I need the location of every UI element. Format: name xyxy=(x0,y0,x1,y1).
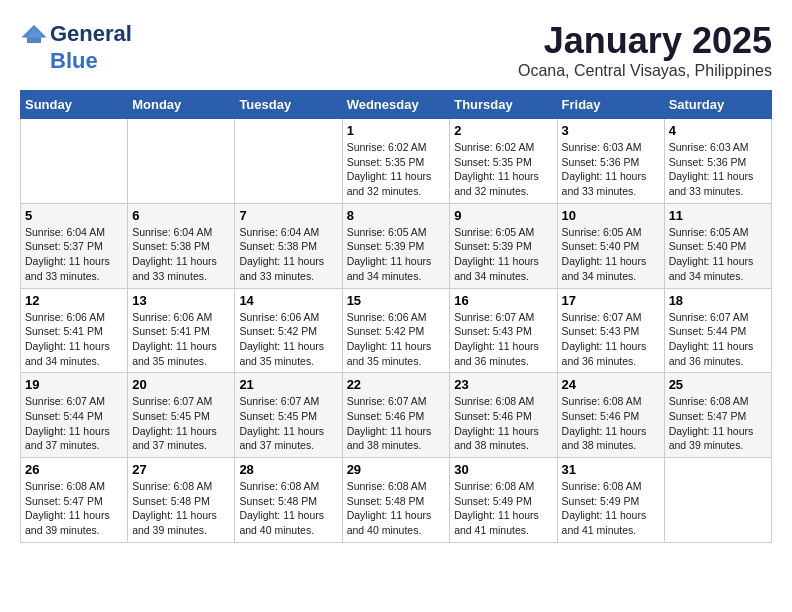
calendar-cell: 31Sunrise: 6:08 AMSunset: 5:49 PMDayligh… xyxy=(557,458,664,543)
calendar-cell xyxy=(235,119,342,204)
calendar-cell: 3Sunrise: 6:03 AMSunset: 5:36 PMDaylight… xyxy=(557,119,664,204)
day-number: 17 xyxy=(562,293,660,308)
logo-general: General xyxy=(50,21,132,47)
day-info: Sunrise: 6:08 AMSunset: 5:48 PMDaylight:… xyxy=(239,479,337,538)
logo: General Blue xyxy=(20,20,132,74)
day-info: Sunrise: 6:08 AMSunset: 5:48 PMDaylight:… xyxy=(132,479,230,538)
calendar-cell: 29Sunrise: 6:08 AMSunset: 5:48 PMDayligh… xyxy=(342,458,450,543)
calendar-cell: 9Sunrise: 6:05 AMSunset: 5:39 PMDaylight… xyxy=(450,203,557,288)
calendar-cell: 30Sunrise: 6:08 AMSunset: 5:49 PMDayligh… xyxy=(450,458,557,543)
calendar-cell xyxy=(664,458,771,543)
day-number: 7 xyxy=(239,208,337,223)
logo-icon xyxy=(20,20,48,48)
day-info: Sunrise: 6:07 AMSunset: 5:43 PMDaylight:… xyxy=(562,310,660,369)
day-info: Sunrise: 6:06 AMSunset: 5:42 PMDaylight:… xyxy=(239,310,337,369)
day-number: 13 xyxy=(132,293,230,308)
day-number: 14 xyxy=(239,293,337,308)
day-info: Sunrise: 6:08 AMSunset: 5:47 PMDaylight:… xyxy=(669,394,767,453)
weekday-header-friday: Friday xyxy=(557,91,664,119)
day-number: 19 xyxy=(25,377,123,392)
calendar-cell: 20Sunrise: 6:07 AMSunset: 5:45 PMDayligh… xyxy=(128,373,235,458)
day-info: Sunrise: 6:08 AMSunset: 5:46 PMDaylight:… xyxy=(562,394,660,453)
day-info: Sunrise: 6:08 AMSunset: 5:49 PMDaylight:… xyxy=(562,479,660,538)
day-info: Sunrise: 6:08 AMSunset: 5:46 PMDaylight:… xyxy=(454,394,552,453)
logo-blue: Blue xyxy=(50,48,98,74)
week-row-4: 19Sunrise: 6:07 AMSunset: 5:44 PMDayligh… xyxy=(21,373,772,458)
location-title: Ocana, Central Visayas, Philippines xyxy=(518,62,772,80)
day-number: 9 xyxy=(454,208,552,223)
weekday-header-row: SundayMondayTuesdayWednesdayThursdayFrid… xyxy=(21,91,772,119)
day-number: 2 xyxy=(454,123,552,138)
calendar-cell: 21Sunrise: 6:07 AMSunset: 5:45 PMDayligh… xyxy=(235,373,342,458)
day-info: Sunrise: 6:07 AMSunset: 5:46 PMDaylight:… xyxy=(347,394,446,453)
day-number: 15 xyxy=(347,293,446,308)
day-number: 25 xyxy=(669,377,767,392)
day-number: 23 xyxy=(454,377,552,392)
day-number: 18 xyxy=(669,293,767,308)
page-header: General Blue January 2025 Ocana, Central… xyxy=(20,20,772,80)
day-number: 5 xyxy=(25,208,123,223)
weekday-header-saturday: Saturday xyxy=(664,91,771,119)
calendar-cell: 25Sunrise: 6:08 AMSunset: 5:47 PMDayligh… xyxy=(664,373,771,458)
calendar-cell: 8Sunrise: 6:05 AMSunset: 5:39 PMDaylight… xyxy=(342,203,450,288)
day-number: 8 xyxy=(347,208,446,223)
calendar-cell: 14Sunrise: 6:06 AMSunset: 5:42 PMDayligh… xyxy=(235,288,342,373)
calendar-cell xyxy=(21,119,128,204)
calendar-cell: 13Sunrise: 6:06 AMSunset: 5:41 PMDayligh… xyxy=(128,288,235,373)
day-number: 29 xyxy=(347,462,446,477)
week-row-3: 12Sunrise: 6:06 AMSunset: 5:41 PMDayligh… xyxy=(21,288,772,373)
day-number: 6 xyxy=(132,208,230,223)
day-info: Sunrise: 6:06 AMSunset: 5:41 PMDaylight:… xyxy=(132,310,230,369)
day-info: Sunrise: 6:07 AMSunset: 5:45 PMDaylight:… xyxy=(132,394,230,453)
day-info: Sunrise: 6:05 AMSunset: 5:40 PMDaylight:… xyxy=(669,225,767,284)
day-info: Sunrise: 6:02 AMSunset: 5:35 PMDaylight:… xyxy=(454,140,552,199)
calendar-cell: 27Sunrise: 6:08 AMSunset: 5:48 PMDayligh… xyxy=(128,458,235,543)
day-info: Sunrise: 6:07 AMSunset: 5:44 PMDaylight:… xyxy=(25,394,123,453)
day-number: 24 xyxy=(562,377,660,392)
calendar-cell: 22Sunrise: 6:07 AMSunset: 5:46 PMDayligh… xyxy=(342,373,450,458)
calendar-cell: 4Sunrise: 6:03 AMSunset: 5:36 PMDaylight… xyxy=(664,119,771,204)
day-info: Sunrise: 6:06 AMSunset: 5:41 PMDaylight:… xyxy=(25,310,123,369)
title-section: January 2025 Ocana, Central Visayas, Phi… xyxy=(518,20,772,80)
calendar-cell: 28Sunrise: 6:08 AMSunset: 5:48 PMDayligh… xyxy=(235,458,342,543)
calendar-cell: 26Sunrise: 6:08 AMSunset: 5:47 PMDayligh… xyxy=(21,458,128,543)
day-number: 3 xyxy=(562,123,660,138)
day-info: Sunrise: 6:04 AMSunset: 5:37 PMDaylight:… xyxy=(25,225,123,284)
day-number: 1 xyxy=(347,123,446,138)
day-info: Sunrise: 6:07 AMSunset: 5:44 PMDaylight:… xyxy=(669,310,767,369)
day-number: 16 xyxy=(454,293,552,308)
calendar-cell: 24Sunrise: 6:08 AMSunset: 5:46 PMDayligh… xyxy=(557,373,664,458)
day-info: Sunrise: 6:08 AMSunset: 5:49 PMDaylight:… xyxy=(454,479,552,538)
day-info: Sunrise: 6:05 AMSunset: 5:39 PMDaylight:… xyxy=(454,225,552,284)
day-number: 27 xyxy=(132,462,230,477)
weekday-header-tuesday: Tuesday xyxy=(235,91,342,119)
day-number: 20 xyxy=(132,377,230,392)
day-number: 11 xyxy=(669,208,767,223)
calendar-table: SundayMondayTuesdayWednesdayThursdayFrid… xyxy=(20,90,772,543)
day-info: Sunrise: 6:02 AMSunset: 5:35 PMDaylight:… xyxy=(347,140,446,199)
day-info: Sunrise: 6:08 AMSunset: 5:47 PMDaylight:… xyxy=(25,479,123,538)
day-info: Sunrise: 6:04 AMSunset: 5:38 PMDaylight:… xyxy=(132,225,230,284)
calendar-cell: 12Sunrise: 6:06 AMSunset: 5:41 PMDayligh… xyxy=(21,288,128,373)
day-info: Sunrise: 6:05 AMSunset: 5:40 PMDaylight:… xyxy=(562,225,660,284)
day-info: Sunrise: 6:06 AMSunset: 5:42 PMDaylight:… xyxy=(347,310,446,369)
calendar-cell xyxy=(128,119,235,204)
day-info: Sunrise: 6:07 AMSunset: 5:45 PMDaylight:… xyxy=(239,394,337,453)
day-info: Sunrise: 6:03 AMSunset: 5:36 PMDaylight:… xyxy=(669,140,767,199)
week-row-1: 1Sunrise: 6:02 AMSunset: 5:35 PMDaylight… xyxy=(21,119,772,204)
day-info: Sunrise: 6:04 AMSunset: 5:38 PMDaylight:… xyxy=(239,225,337,284)
day-info: Sunrise: 6:03 AMSunset: 5:36 PMDaylight:… xyxy=(562,140,660,199)
week-row-2: 5Sunrise: 6:04 AMSunset: 5:37 PMDaylight… xyxy=(21,203,772,288)
day-number: 21 xyxy=(239,377,337,392)
calendar-cell: 6Sunrise: 6:04 AMSunset: 5:38 PMDaylight… xyxy=(128,203,235,288)
day-info: Sunrise: 6:05 AMSunset: 5:39 PMDaylight:… xyxy=(347,225,446,284)
weekday-header-sunday: Sunday xyxy=(21,91,128,119)
calendar-cell: 19Sunrise: 6:07 AMSunset: 5:44 PMDayligh… xyxy=(21,373,128,458)
calendar-cell: 7Sunrise: 6:04 AMSunset: 5:38 PMDaylight… xyxy=(235,203,342,288)
day-info: Sunrise: 6:08 AMSunset: 5:48 PMDaylight:… xyxy=(347,479,446,538)
calendar-cell: 10Sunrise: 6:05 AMSunset: 5:40 PMDayligh… xyxy=(557,203,664,288)
calendar-cell: 1Sunrise: 6:02 AMSunset: 5:35 PMDaylight… xyxy=(342,119,450,204)
weekday-header-monday: Monday xyxy=(128,91,235,119)
weekday-header-wednesday: Wednesday xyxy=(342,91,450,119)
calendar-cell: 11Sunrise: 6:05 AMSunset: 5:40 PMDayligh… xyxy=(664,203,771,288)
